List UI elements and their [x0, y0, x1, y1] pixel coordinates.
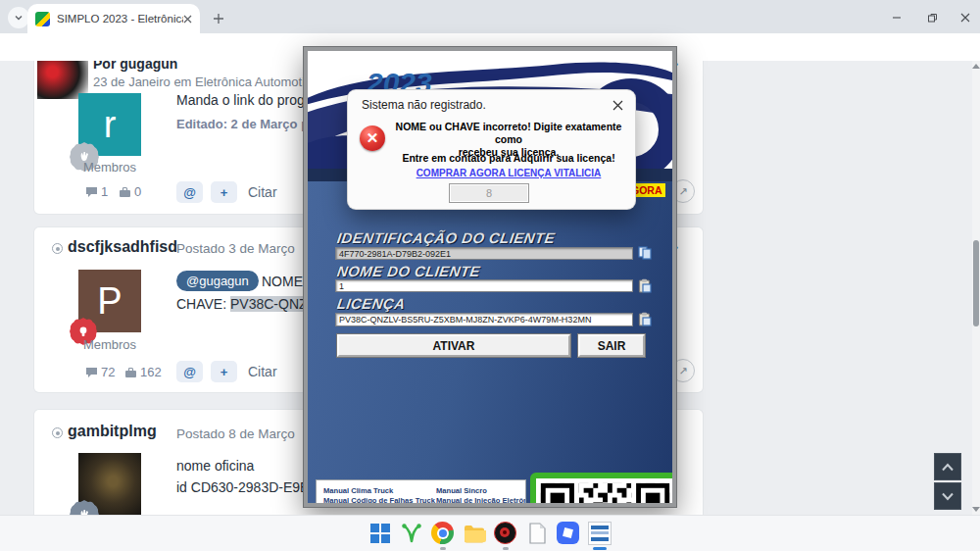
- manuals-panel: Manual Clima TruckManual Código de Falha…: [316, 479, 526, 503]
- mention-chip[interactable]: @gugagun: [176, 271, 259, 291]
- restore-icon: [927, 13, 938, 24]
- start-button[interactable]: [368, 522, 392, 545]
- tab-close-icon[interactable]: [183, 15, 192, 24]
- post-line1: nome oficina: [176, 458, 254, 474]
- licenca-label: LICENÇA: [336, 295, 407, 312]
- windows-logo-icon: [368, 522, 392, 545]
- mention-button[interactable]: @: [176, 361, 203, 382]
- site-favicon-icon: [35, 12, 50, 26]
- dialog-message-2: Entre em contato para Adquirir sua licen…: [391, 152, 626, 165]
- ativar-button[interactable]: ATIVAR: [337, 334, 570, 357]
- post-author[interactable]: dscfjksadhfisd: [68, 238, 177, 256]
- member-role: Membros: [78, 337, 141, 352]
- quote-button[interactable]: Citar: [248, 364, 277, 379]
- qr-pattern: [536, 478, 672, 503]
- rep-count: 0: [119, 184, 141, 199]
- sair-button[interactable]: SAIR: [578, 334, 645, 357]
- avatar-letter: P: [97, 280, 122, 323]
- scroll-to-top-button[interactable]: [934, 453, 961, 480]
- plus-icon: [213, 13, 224, 25]
- new-tab-button[interactable]: [210, 10, 227, 27]
- browser-tab-strip: SIMPLO 2023 - Eletrônica Autom: [0, 0, 980, 33]
- post-byline[interactable]: Por gugagun: [93, 61, 177, 72]
- chave-label: CHAVE:: [176, 296, 226, 312]
- post-date: 23 de Janeiro em Eletrônica Automotiva: [93, 75, 318, 89]
- document-icon: [525, 522, 549, 545]
- simplo-body: GORA IDENTIFICAÇÃO DO CLIENTE 4F770-2981…: [308, 169, 672, 503]
- comment-bubble-icon: [85, 367, 98, 378]
- licenca-input[interactable]: PV38C-QNZLV-BS5RU-Z5XBM-MJ8ZN-ZVKP6-4W79…: [335, 313, 633, 326]
- manuals-left-column: Manual Clima TruckManual Código de Falha…: [323, 486, 447, 503]
- comment-bubble-icon: [85, 186, 98, 198]
- active-app-indicator: [593, 547, 607, 550]
- dialog-ok-button[interactable]: 8: [449, 183, 529, 203]
- chevron-down-icon: [14, 13, 24, 23]
- post-author[interactable]: gambitplmg: [68, 423, 157, 440]
- taskbar-app-red[interactable]: [494, 522, 517, 545]
- close-icon: [612, 100, 623, 111]
- dialog-title: Sistema não registrado.: [362, 98, 486, 112]
- scrollbar-up-icon[interactable]: [972, 64, 980, 69]
- post-date: Postado 3 de Março: [176, 241, 295, 256]
- scrollbar-down-icon[interactable]: [972, 507, 980, 512]
- mention-button[interactable]: @: [176, 181, 203, 203]
- chevron-down-icon: [941, 492, 955, 501]
- comment-count: 72: [85, 365, 115, 379]
- running-indicator: [503, 547, 509, 550]
- taskbar-app-notepad[interactable]: [525, 522, 549, 545]
- react-plus-button[interactable]: +: [211, 361, 237, 382]
- avatar-letter: r: [104, 104, 117, 146]
- paste-icon[interactable]: [638, 278, 652, 293]
- briefcase-icon: [124, 367, 137, 378]
- nome-label: NOME DO CLIENTE: [336, 263, 481, 279]
- dialog-close-button[interactable]: [612, 97, 623, 115]
- running-indicator: [440, 547, 446, 550]
- briefcase-icon: [119, 186, 131, 198]
- paste-icon[interactable]: [638, 312, 652, 326]
- buy-license-link[interactable]: COMPRAR AGORA LICENÇA VITALICIA: [391, 168, 626, 178]
- comment-count: 1: [85, 184, 108, 199]
- chevron-up-icon: [941, 463, 955, 472]
- taskbar-app-green[interactable]: [400, 522, 423, 545]
- whatsapp-qr-code: [530, 473, 672, 503]
- tab-title: SIMPLO 2023 - Eletrônica Autom: [57, 13, 183, 25]
- post-date: Postado 8 de Março: [176, 426, 295, 441]
- error-dialog: Sistema não registrado. ✕ NOME ou CHAVE …: [348, 90, 635, 209]
- windows-taskbar: ELETRÔNICA BR www.eletronicabr.com: [0, 515, 980, 551]
- rep-count: 162: [124, 365, 162, 379]
- error-icon: ✕: [360, 125, 385, 151]
- close-icon: [960, 13, 970, 23]
- window-close-button[interactable]: [951, 10, 980, 25]
- copy-icon[interactable]: [638, 246, 652, 260]
- tab-search-button[interactable]: [8, 7, 29, 28]
- taskbar-app-blue[interactable]: [557, 522, 580, 545]
- green-plant-icon: [400, 522, 423, 545]
- online-indicator-icon: [52, 427, 63, 438]
- nome-input[interactable]: 1: [335, 279, 633, 292]
- quote-button[interactable]: Citar: [248, 184, 277, 200]
- id-input[interactable]: 4F770-2981A-D79B2-092E1: [335, 247, 633, 260]
- screen: SIMPLO 2023 - Eletrônica Autom eletronic…: [0, 0, 980, 551]
- member-role: Membros: [78, 160, 141, 175]
- taskbar-file-explorer[interactable]: [463, 522, 486, 545]
- manuals-right-column: Manual SincroManual de Injeção Eletrônic…: [436, 486, 526, 503]
- taskbar-app-simplo-active[interactable]: [588, 522, 612, 545]
- scroll-to-bottom-button[interactable]: [934, 482, 961, 510]
- id-label: IDENTIFICAÇÃO DO CLIENTE: [336, 229, 556, 246]
- folder-icon: [463, 522, 486, 545]
- window-restore-button[interactable]: [917, 10, 947, 25]
- window-minimize-button[interactable]: [882, 10, 911, 25]
- react-plus-button[interactable]: +: [211, 181, 237, 203]
- online-indicator-icon: [52, 243, 63, 254]
- browser-tab[interactable]: SIMPLO 2023 - Eletrônica Autom: [27, 4, 200, 33]
- scrollbar-thumb[interactable]: [973, 240, 979, 326]
- minimize-icon: [892, 13, 902, 23]
- taskbar-app-chrome[interactable]: [431, 522, 455, 545]
